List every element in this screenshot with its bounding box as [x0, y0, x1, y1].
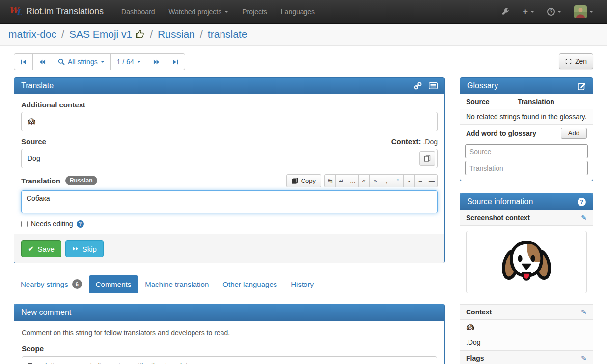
insert-ellipsis-button[interactable]: … — [347, 174, 359, 187]
glossary-table-header: Source Translation — [460, 94, 593, 109]
next-string-button[interactable] — [147, 53, 166, 70]
copy-source-button[interactable] — [419, 151, 435, 166]
translation-label: Translation — [21, 177, 60, 185]
context-info: Context: .Dog — [391, 137, 438, 146]
chevron-down-icon — [557, 11, 561, 13]
tab-history[interactable]: History — [284, 275, 321, 293]
insert-hyphen-button[interactable]: - — [403, 174, 415, 187]
nearby-strings-count-badge: 6 — [72, 279, 82, 289]
context-heading: Context ✎ — [460, 304, 593, 320]
tab-other-languages[interactable]: Other languages — [216, 275, 284, 293]
tools-button[interactable] — [497, 4, 515, 20]
breadcrumb-page[interactable]: translate — [208, 28, 248, 40]
first-string-button[interactable] — [14, 53, 33, 70]
insert-laquo-button[interactable]: « — [358, 174, 370, 187]
help-icon[interactable]: ? — [578, 198, 586, 206]
needs-editing-checkbox[interactable] — [21, 221, 28, 227]
nav-item-languages[interactable]: Languages — [274, 0, 322, 24]
edit-pencil-icon[interactable]: ✎ — [581, 214, 587, 222]
glossary-source-input[interactable] — [465, 144, 588, 158]
tab-nearby-strings[interactable]: Nearby strings 6 — [14, 274, 89, 294]
translation-input[interactable]: Собака — [21, 190, 438, 213]
nav-item-projects[interactable]: Projects — [235, 0, 274, 24]
check-icon: ✔ — [28, 244, 34, 253]
breadcrumb-project[interactable]: matrix-doc — [8, 28, 56, 40]
detail-tabs: Nearby strings 6 Comments Machine transl… — [14, 274, 445, 294]
add-word-label: Add word to glossary — [466, 130, 536, 137]
glossary-col-source: Source — [466, 98, 518, 105]
breadcrumb-language[interactable]: Russian — [158, 28, 195, 40]
glossary-add-row: Add word to glossary Add — [460, 125, 593, 142]
chevron-down-icon — [427, 362, 432, 364]
translate-panel-footer: ✔ Save Skip — [14, 234, 444, 263]
toolbar: All strings 1 / 64 Zen — [14, 53, 593, 70]
translation-label-row: Translation Russian — [21, 177, 97, 185]
new-comment-panel: New comment Comment on this string for f… — [14, 304, 445, 364]
user-menu-button[interactable] — [569, 1, 598, 22]
last-string-button[interactable] — [166, 53, 185, 70]
needs-editing-help-icon[interactable]: ? — [77, 220, 84, 228]
breadcrumb-separator: / — [61, 28, 64, 40]
nav-item-dashboard[interactable]: Dashboard — [114, 0, 162, 24]
language-badge: Russian — [65, 176, 97, 185]
tab-comments[interactable]: Comments — [89, 275, 138, 293]
new-comment-header: New comment — [14, 304, 444, 321]
source-label: Source — [21, 137, 46, 146]
dog-emoji-icon — [466, 323, 474, 331]
chevron-down-icon — [530, 11, 534, 13]
source-string-box: Dog — [21, 149, 438, 168]
breadcrumb-component[interactable]: SAS Emoji v1 — [69, 28, 145, 40]
glossary-title: Glossary — [467, 81, 498, 90]
keyboard-shortcuts-icon[interactable] — [429, 82, 438, 89]
top-navbar: WL Riot.im Translations Dashboard Watche… — [0, 0, 607, 24]
tab-machine-translation[interactable]: Machine translation — [138, 275, 216, 293]
previous-string-button[interactable] — [32, 53, 52, 70]
copy-button[interactable]: Copy — [286, 174, 321, 187]
filter-strings-button[interactable]: All strings — [52, 53, 111, 70]
edit-pencil-icon[interactable]: ✎ — [581, 354, 587, 362]
scope-label: Scope — [22, 344, 437, 353]
insert-high-quote-button[interactable]: “ — [392, 174, 404, 187]
insert-newline-button[interactable]: ↵ — [335, 174, 347, 187]
save-button[interactable]: ✔ Save — [21, 240, 61, 257]
skip-button[interactable]: Skip — [65, 240, 104, 257]
insert-raquo-button[interactable]: » — [369, 174, 381, 187]
insert-emdash-button[interactable]: — — [426, 174, 438, 187]
zen-mode-button[interactable]: Zen — [559, 53, 593, 69]
scope-select[interactable]: Translation comment, discussions with ot… — [22, 356, 437, 364]
translate-panel-header: Translate — [14, 78, 444, 94]
chevron-down-icon — [589, 11, 593, 13]
dog-emoji-image — [499, 237, 554, 287]
copy-icon — [424, 155, 431, 162]
add-menu-button[interactable]: + — [518, 5, 539, 19]
plus-icon: + — [523, 9, 528, 15]
comment-description: Comment on this string for fellow transl… — [22, 329, 437, 337]
needs-editing-label: Needs editing — [31, 220, 73, 228]
insert-endash-button[interactable]: – — [414, 174, 426, 187]
brand-link[interactable]: WL Riot.im Translations — [9, 6, 104, 17]
translate-panel-body: Additional context Source Context: .Dog … — [14, 94, 444, 234]
edit-pencil-icon[interactable]: ✎ — [581, 308, 587, 316]
screenshot-image-box[interactable] — [466, 231, 587, 293]
insert-low-quote-button[interactable]: „ — [381, 174, 392, 187]
position-button[interactable]: 1 / 64 — [110, 53, 147, 70]
screenshot-context-section — [460, 226, 593, 304]
new-comment-title: New comment — [21, 308, 71, 317]
chevron-down-icon — [224, 11, 228, 13]
nav-item-watched-projects[interactable]: Watched projects — [162, 0, 236, 24]
glossary-translation-input[interactable] — [465, 161, 588, 175]
insert-tab-button[interactable]: ↹ — [324, 174, 336, 187]
add-word-button[interactable]: Add — [561, 128, 587, 139]
source-information-panel: Source information ? Screenshot context … — [460, 193, 593, 364]
breadcrumb: matrix-doc / SAS Emoji v1 / Russian / tr… — [0, 24, 607, 46]
navbar-menu: Dashboard Watched projects Projects Lang… — [114, 0, 322, 23]
fast-backward-icon — [39, 59, 46, 65]
help-menu-button[interactable]: ? — [542, 4, 566, 20]
expand-arrows-icon — [565, 58, 572, 65]
skip-forward-icon — [72, 246, 79, 252]
permalink-icon[interactable] — [414, 82, 422, 90]
edit-square-icon[interactable] — [578, 82, 586, 90]
step-backward-icon — [20, 59, 27, 65]
search-icon — [58, 58, 65, 65]
fast-forward-icon — [153, 59, 160, 65]
